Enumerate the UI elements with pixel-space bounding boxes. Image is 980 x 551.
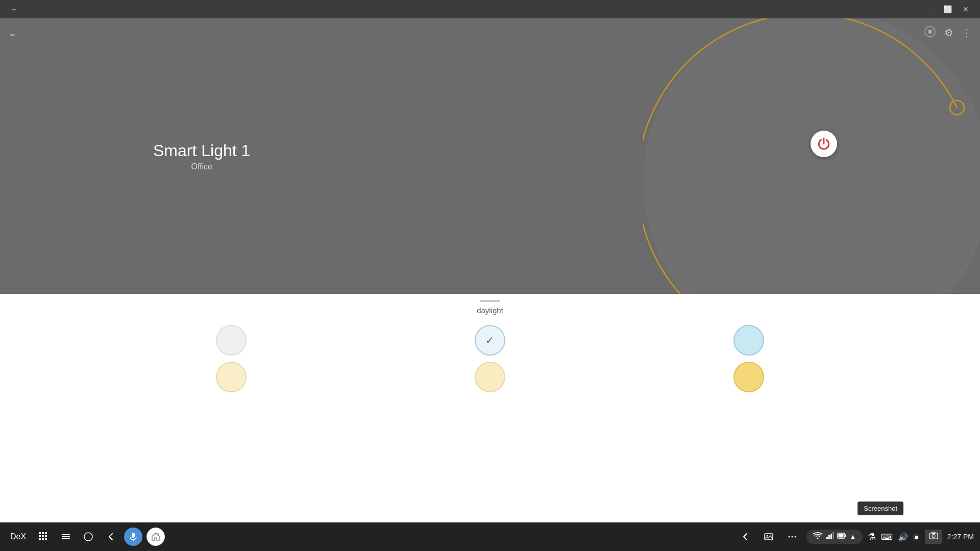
menu-icon[interactable]: [57, 528, 75, 546]
swatch-warm-1[interactable]: [216, 362, 247, 392]
top-section: ⌄ ⚙ ⋮ Smart Light 1 Office: [0, 18, 980, 294]
screenshot-icon[interactable]: [925, 530, 942, 544]
microphone-app-icon[interactable]: [124, 528, 142, 546]
svg-point-20: [157, 534, 158, 535]
wifi-icon[interactable]: [813, 532, 823, 542]
svg-rect-28: [828, 535, 830, 539]
dex-text: DeX: [10, 532, 26, 541]
sys-tray: ▲: [806, 530, 863, 544]
time-display: 2:27 PM: [947, 533, 974, 541]
apps-grid-icon[interactable]: [34, 528, 53, 546]
svg-rect-10: [39, 538, 41, 540]
svg-rect-29: [830, 534, 832, 539]
svg-rect-36: [932, 532, 935, 534]
svg-rect-15: [62, 538, 70, 539]
device-name: Smart Light 1: [153, 141, 250, 160]
bottom-section: daylight ✓: [0, 294, 980, 551]
svg-rect-12: [45, 538, 47, 540]
taskbar: DeX: [0, 522, 980, 551]
svg-rect-17: [132, 533, 135, 538]
swatch-column-2: ✓: [475, 325, 505, 392]
svg-rect-7: [39, 535, 41, 537]
svg-rect-27: [826, 537, 828, 539]
circle-home-icon[interactable]: [79, 528, 97, 546]
assistant-icon[interactable]: [924, 26, 936, 40]
volume-icon[interactable]: 🔊: [898, 532, 908, 542]
dial-container: [633, 18, 980, 294]
swatch-daylight-selected[interactable]: ✓: [475, 325, 505, 356]
svg-point-22: [767, 535, 768, 537]
svg-rect-6: [45, 532, 47, 534]
svg-rect-33: [839, 534, 844, 538]
svg-rect-14: [62, 536, 70, 537]
back-button[interactable]: ←: [6, 1, 22, 17]
svg-rect-30: [832, 532, 834, 539]
chevron-down-icon[interactable]: ⌄: [8, 27, 17, 39]
google-home-app-icon[interactable]: [146, 528, 165, 546]
minimize-button[interactable]: —: [921, 1, 937, 17]
minimize-icon: —: [925, 5, 933, 13]
brightness-dial[interactable]: [643, 18, 980, 294]
device-info: Smart Light 1 Office: [153, 141, 250, 171]
svg-point-23: [789, 536, 790, 538]
more-options-icon[interactable]: ⋮: [962, 27, 972, 39]
svg-rect-21: [765, 534, 773, 540]
svg-point-16: [84, 533, 92, 541]
drag-handle[interactable]: [480, 300, 500, 302]
back-nav-icon[interactable]: [102, 528, 120, 546]
app-topbar: ⌄ ⚙ ⋮: [0, 18, 980, 47]
svg-point-2: [648, 18, 980, 294]
svg-point-25: [795, 536, 796, 538]
svg-rect-4: [39, 532, 41, 534]
taskbar-back-button[interactable]: [736, 528, 754, 546]
swatches-container: ✓: [0, 325, 980, 392]
keyboard-icon[interactable]: ⌨: [881, 532, 893, 542]
taskbar-more-button[interactable]: [783, 528, 801, 546]
svg-point-24: [792, 536, 793, 538]
svg-rect-11: [42, 538, 44, 540]
battery-icon[interactable]: [837, 532, 846, 542]
svg-rect-9: [45, 535, 47, 537]
maximize-icon: ⬜: [943, 5, 952, 13]
maximize-button[interactable]: ⬜: [939, 1, 955, 17]
power-icon: [817, 137, 830, 151]
svg-rect-8: [42, 535, 44, 537]
taskbar-gallery-button[interactable]: [760, 528, 778, 546]
close-button[interactable]: ✕: [958, 1, 974, 17]
settings-icon[interactable]: ⚙: [944, 27, 953, 39]
expand-icon[interactable]: ▲: [849, 533, 856, 541]
device-location: Office: [153, 162, 250, 171]
svg-rect-5: [42, 532, 44, 534]
dex-label[interactable]: DeX: [6, 530, 30, 543]
svg-rect-34: [929, 533, 938, 539]
screen-icon[interactable]: ▣: [913, 533, 920, 541]
close-icon: ✕: [963, 5, 969, 13]
svg-point-1: [928, 30, 932, 34]
app-container: ⌄ ⚙ ⋮ Smart Light 1 Office: [0, 18, 980, 551]
signal-icon[interactable]: [826, 532, 834, 542]
swatch-column-1: [216, 325, 247, 392]
swatch-column-3: [733, 325, 764, 392]
swatch-blue[interactable]: [733, 325, 764, 356]
svg-point-35: [932, 535, 935, 538]
screenshot-tooltip: Screenshot: [857, 502, 903, 515]
preset-label: daylight: [477, 306, 503, 315]
svg-point-26: [817, 538, 819, 539]
power-button[interactable]: [811, 131, 837, 157]
swatch-warm-2[interactable]: [475, 362, 505, 392]
check-icon: ✓: [485, 334, 494, 346]
flask-icon[interactable]: ⚗: [868, 531, 876, 542]
svg-rect-32: [845, 535, 846, 537]
back-icon: ←: [11, 5, 18, 13]
svg-rect-13: [62, 534, 70, 535]
swatch-yellow[interactable]: [733, 362, 764, 392]
title-bar: ← — ⬜ ✕: [0, 0, 980, 18]
swatch-white[interactable]: [216, 325, 247, 356]
